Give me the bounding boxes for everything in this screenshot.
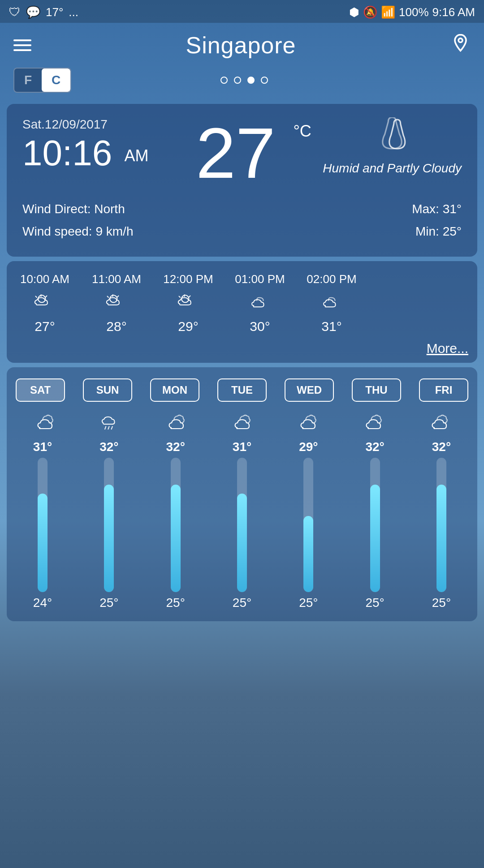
hourly-temperature: 28° bbox=[106, 319, 126, 334]
bar-column: 32°25° bbox=[350, 440, 400, 610]
hourly-time: 02:00 PM bbox=[307, 272, 356, 286]
svg-line-6 bbox=[117, 296, 119, 298]
weekly-weather-icon bbox=[86, 411, 135, 433]
svg-line-14 bbox=[108, 426, 109, 429]
day-button[interactable]: SAT bbox=[16, 378, 65, 402]
bar-column: 29°25° bbox=[284, 440, 333, 610]
temperature-bar-wrapper bbox=[436, 458, 446, 592]
svg-line-13 bbox=[104, 426, 106, 429]
battery-display: 100% bbox=[399, 5, 429, 19]
temperature-section: 27 °C bbox=[196, 117, 276, 189]
dot-4[interactable] bbox=[261, 77, 268, 84]
bar-max-temp: 32° bbox=[99, 440, 118, 454]
day-button[interactable]: THU bbox=[352, 378, 401, 402]
day-button[interactable]: FRI bbox=[419, 378, 468, 402]
bar-max-temp: 29° bbox=[299, 440, 318, 454]
hourly-forecast-card: 10:00 AM 27°11:00 AM 28°12:00 PM 29°01:0… bbox=[7, 261, 477, 363]
fahrenheit-button[interactable]: F bbox=[14, 69, 42, 92]
wind-speed: Wind speed: 9 km/h bbox=[22, 220, 133, 243]
hourly-item: 11:00 AM 28° bbox=[87, 272, 146, 334]
bar-min-temp: 25° bbox=[166, 596, 185, 610]
weather-bottom: Wind Direct: North Wind speed: 9 km/h Ma… bbox=[22, 198, 462, 243]
weekly-icons bbox=[16, 411, 468, 433]
weekly-days: SATSUNMONTUEWEDTHUFRI bbox=[16, 378, 468, 402]
temperature-bar-fill bbox=[303, 516, 313, 592]
hourly-weather-icon bbox=[104, 292, 129, 314]
hourly-item: 12:00 PM 29° bbox=[159, 272, 217, 334]
svg-line-10 bbox=[188, 296, 190, 298]
max-temp: Max: 31° bbox=[412, 198, 462, 220]
hourly-weather-icon bbox=[33, 292, 57, 314]
weekly-weather-icon bbox=[217, 411, 267, 433]
bar-column: 31°25° bbox=[217, 440, 267, 610]
hourly-weather-icon bbox=[248, 292, 272, 314]
hourly-time: 01:00 PM bbox=[235, 272, 285, 286]
bar-max-temp: 32° bbox=[166, 440, 185, 454]
current-temperature: 27 bbox=[196, 113, 276, 193]
temperature-bar-wrapper bbox=[38, 458, 48, 592]
status-right: ⬢ 🔕 📶 100% 9:16 AM bbox=[349, 5, 475, 19]
hourly-scroll[interactable]: 10:00 AM 27°11:00 AM 28°12:00 PM 29°01:0… bbox=[16, 272, 468, 334]
svg-line-12 bbox=[178, 296, 180, 298]
bar-column: 32°25° bbox=[151, 440, 200, 610]
weekly-weather-icon bbox=[415, 411, 464, 433]
weekly-weather-icon bbox=[283, 411, 333, 433]
weather-right-section: Humid and Partly Cloudy bbox=[323, 117, 462, 177]
bar-max-temp: 32° bbox=[365, 440, 384, 454]
menu-button[interactable] bbox=[13, 39, 31, 51]
bar-max-temp: 31° bbox=[233, 440, 251, 454]
current-time: 10:16 AM bbox=[22, 135, 148, 171]
hourly-item: 10:00 AM 27° bbox=[16, 272, 74, 334]
hourly-time: 12:00 PM bbox=[163, 272, 213, 286]
unit-toggle[interactable]: F C bbox=[13, 68, 71, 93]
wind-info: Wind Direct: North Wind speed: 9 km/h bbox=[22, 198, 133, 243]
temperature-bar-fill bbox=[104, 485, 114, 592]
date-time-section: Sat.12/09/2017 10:16 AM bbox=[22, 117, 148, 171]
dot-3[interactable] bbox=[247, 77, 255, 84]
current-weather-card: Sat.12/09/2017 10:16 AM 27 °C Humid and … bbox=[7, 104, 477, 257]
weekly-forecast-card: SATSUNMONTUEWEDTHUFRI 31°24°32°2 bbox=[7, 367, 477, 621]
svg-line-4 bbox=[35, 296, 37, 298]
day-button[interactable]: MON bbox=[150, 378, 199, 402]
day-button[interactable]: SUN bbox=[83, 378, 132, 402]
weather-description: Humid and Partly Cloudy bbox=[323, 159, 462, 177]
hourly-temperature: 30° bbox=[250, 319, 270, 334]
celsius-button[interactable]: C bbox=[42, 69, 70, 92]
message-icon: 💬 bbox=[26, 5, 40, 19]
humidity-icon bbox=[376, 117, 408, 153]
hourly-item: 02:00 PM 31° bbox=[302, 272, 361, 334]
wifi-icon: 📶 bbox=[381, 5, 395, 19]
temperature-bar-wrapper bbox=[303, 458, 313, 592]
more-link[interactable]: More... bbox=[16, 341, 468, 356]
bar-column: 32°25° bbox=[84, 440, 134, 610]
weekly-weather-icon bbox=[151, 411, 201, 433]
location-icon[interactable] bbox=[450, 33, 471, 57]
bar-min-temp: 25° bbox=[432, 596, 451, 610]
dot-1[interactable] bbox=[220, 77, 228, 84]
svg-line-8 bbox=[107, 296, 108, 298]
bar-min-temp: 25° bbox=[365, 596, 384, 610]
status-bar: 🛡 💬 17° ... ⬢ 🔕 📶 100% 9:16 AM bbox=[0, 0, 484, 23]
temp-unit: °C bbox=[293, 122, 311, 141]
unit-row: F C bbox=[0, 63, 484, 99]
temperature-bar-fill bbox=[436, 485, 446, 592]
bar-min-temp: 25° bbox=[233, 596, 251, 610]
day-button[interactable]: WED bbox=[285, 378, 334, 402]
temperature-display: 17° bbox=[46, 5, 63, 19]
hourly-weather-icon bbox=[176, 292, 201, 314]
temperature-bar-fill bbox=[370, 485, 380, 592]
hourly-item: 01:00 PM 30° bbox=[231, 272, 289, 334]
weekly-weather-icon bbox=[349, 411, 398, 433]
svg-line-2 bbox=[45, 296, 47, 298]
temperature-bar-wrapper bbox=[171, 458, 181, 592]
weekly-weather-icon bbox=[20, 411, 69, 433]
status-left: 🛡 💬 17° ... bbox=[9, 5, 78, 19]
weather-top: Sat.12/09/2017 10:16 AM 27 °C Humid and … bbox=[22, 117, 462, 189]
dot-2[interactable] bbox=[234, 77, 241, 84]
bar-min-temp: 25° bbox=[299, 596, 318, 610]
bar-max-temp: 32° bbox=[432, 440, 451, 454]
svg-line-15 bbox=[111, 426, 112, 429]
day-button[interactable]: TUE bbox=[217, 378, 267, 402]
current-date: Sat.12/09/2017 bbox=[22, 117, 148, 132]
hourly-time: 11:00 AM bbox=[92, 272, 141, 286]
